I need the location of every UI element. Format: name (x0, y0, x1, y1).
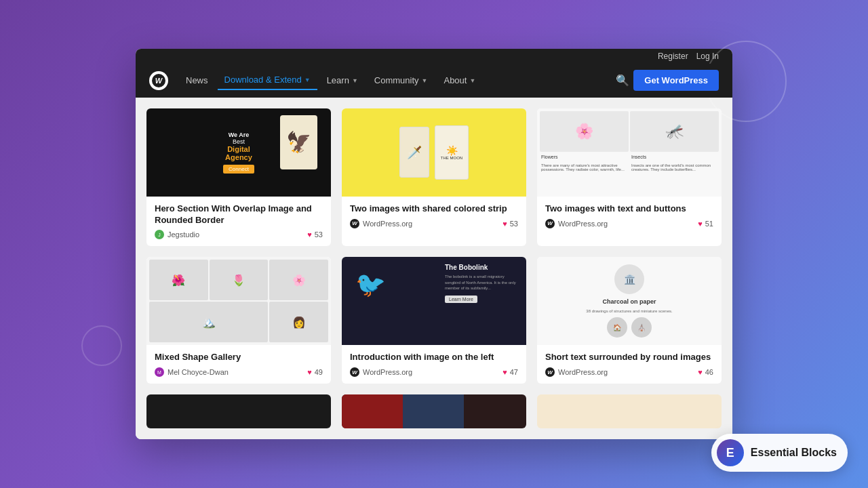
wp-author-icon-5: W (350, 367, 359, 377)
card-info-1: Hero Section With Overlap Image and Roun… (146, 197, 331, 247)
card-thumb-2: 🗡️ ☀️ THE MOON (342, 108, 526, 197)
card-thumb-5: 🐦 The Bobolink The bobolink is a small m… (342, 257, 526, 345)
bobolink-content: The Bobolink The bobolink is a small mig… (445, 264, 519, 303)
heart-icon-1: ♥ (307, 230, 312, 239)
card-author-4: M Mel Choyce-Dwan (155, 367, 229, 377)
bg-decoration-circle-2 (81, 325, 122, 366)
charcoal-circle-main: 🏛️ (614, 264, 644, 294)
learn-more-button[interactable]: Learn More (445, 296, 477, 303)
card-thumb-1: We Are Best Digital Agency Connect 🦅 (146, 108, 331, 197)
essential-blocks-badge: E Essential Blocks (711, 434, 848, 472)
nav-top-bar: Register Log In (136, 49, 732, 64)
download-extend-chevron-icon: ▼ (304, 77, 311, 83)
card-thumb-4: 🌺 🌷 🌸 🏔️ 👩 (146, 257, 331, 345)
gallery-img-1: 🌺 (149, 260, 208, 300)
nav-news[interactable]: News (179, 71, 215, 89)
card-thumb-6: 🏛️ Charcoal on paper 38 drawings of stru… (537, 257, 722, 345)
card-info-3: Two images with text and buttons W WordP… (537, 197, 722, 235)
card-flowers[interactable]: 🌸 Flowers There are many of nature's mos… (537, 108, 722, 247)
wp-author-icon-3: W (545, 219, 555, 228)
card-author-5: W WordPress.org (350, 367, 412, 377)
card-info-6: Short text surrounded by round images W … (537, 345, 722, 384)
heart-icon-5: ♥ (502, 368, 507, 376)
get-wordpress-button[interactable]: Get WordPress (633, 70, 719, 91)
learn-chevron-icon: ▼ (352, 77, 358, 84)
card-meta-4: M Mel Choyce-Dwan ♥ 49 (155, 367, 323, 377)
tarot-card-2: ☀️ THE MOON (435, 125, 469, 180)
connect-button[interactable]: Connect (223, 165, 254, 174)
card-title-5: Introduction with image on the left (350, 352, 518, 363)
partial-card-2[interactable] (342, 394, 526, 428)
essential-blocks-logo: E (717, 439, 744, 466)
card-likes-2: ♥ 53 (502, 220, 518, 228)
card-charcoal[interactable]: 🏛️ Charcoal on paper 38 drawings of stru… (537, 257, 722, 384)
card-title-4: Mixed Shape Gallery (155, 352, 323, 363)
gallery-img-3: 🌸 (269, 260, 328, 300)
nav-download-extend[interactable]: Download & Extend ▼ (218, 70, 317, 90)
flower-img-1: 🌸 (540, 111, 629, 152)
card-likes-6: ♥ 46 (698, 368, 713, 376)
card-grid: We Are Best Digital Agency Connect 🦅 Her… (136, 98, 732, 395)
about-chevron-icon: ▼ (469, 77, 475, 84)
main-nav: W News Download & Extend ▼ Learn ▼ Commu… (136, 64, 732, 98)
wp-author-icon-6: W (545, 367, 555, 377)
wp-author-icon-2: W (350, 219, 359, 228)
heart-icon-2: ♥ (502, 220, 507, 228)
card-likes-1: ♥ 53 (307, 230, 323, 239)
card-title-6: Short text surrounded by round images (545, 352, 713, 363)
card-meta-3: W WordPress.org ♥ 51 (545, 219, 713, 228)
card-likes-5: ♥ 47 (502, 368, 518, 376)
gallery-img-2: 🌷 (210, 260, 269, 300)
charcoal-circle-sm-1: 🏠 (607, 317, 627, 338)
nav-links: News Download & Extend ▼ Learn ▼ Communi… (179, 70, 612, 90)
card-likes-4: ♥ 49 (307, 368, 323, 376)
charcoal-circle-sm-2: ⛪ (631, 317, 652, 338)
gallery-img-5: 👩 (269, 302, 328, 342)
card-meta-1: J Jegstudio ♥ 53 (155, 230, 323, 239)
browser-window: Register Log In W News Download & Extend… (136, 49, 732, 440)
card-gallery[interactable]: 🌺 🌷 🌸 🏔️ 👩 Mixed Shape Gallery M Mel Cho… (146, 257, 331, 384)
bobolink-bird-image: 🐦 (355, 270, 386, 299)
card-yellow-strip[interactable]: 🗡️ ☀️ THE MOON Two images with shared co… (342, 108, 526, 247)
card-likes-3: ♥ 51 (698, 220, 713, 228)
heart-icon-6: ♥ (698, 368, 703, 376)
wp-logo: W (149, 71, 168, 90)
card-title-2: Two images with shared colored strip (350, 203, 518, 215)
card-thumb-3: 🌸 Flowers There are many of nature's mos… (537, 108, 722, 197)
card-title-1: Hero Section With Overlap Image and Roun… (155, 203, 323, 226)
card-info-5: Introduction with image on the left W Wo… (342, 345, 526, 384)
card-info-4: Mixed Shape Gallery M Mel Choyce-Dwan ♥ … (146, 345, 331, 384)
search-button[interactable]: 🔍 (612, 70, 633, 91)
card-meta-2: W WordPress.org ♥ 53 (350, 219, 518, 228)
essential-blocks-label: Essential Blocks (751, 447, 837, 459)
jegstudio-icon: J (155, 230, 164, 239)
card-title-3: Two images with text and buttons (545, 203, 713, 215)
nav-learn[interactable]: Learn ▼ (320, 71, 365, 89)
card-author-2: W WordPress.org (350, 219, 412, 228)
card-meta-5: W WordPress.org ♥ 47 (350, 367, 518, 377)
flower-img-2: 🦟 (630, 111, 719, 152)
heart-icon-4: ♥ (307, 368, 312, 376)
card-author-1: J Jegstudio (155, 230, 199, 239)
card-author-3: W WordPress.org (545, 219, 608, 228)
register-link[interactable]: Register (658, 52, 688, 61)
nav-about[interactable]: About ▼ (437, 71, 482, 89)
heart-icon-3: ♥ (698, 220, 703, 228)
card-info-2: Two images with shared colored strip W W… (342, 197, 526, 235)
nav-community[interactable]: Community ▼ (368, 71, 435, 89)
tarot-card-1: 🗡️ (399, 127, 429, 178)
card-bobolink[interactable]: 🐦 The Bobolink The bobolink is a small m… (342, 257, 526, 384)
gallery-img-4: 🏔️ (149, 302, 268, 342)
card-author-6: W WordPress.org (545, 367, 608, 377)
community-chevron-icon: ▼ (422, 77, 428, 84)
partial-card-1[interactable] (146, 394, 331, 428)
partial-cards-row (136, 394, 732, 439)
card-meta-6: W WordPress.org ♥ 46 (545, 367, 713, 377)
mel-icon: M (155, 367, 164, 377)
partial-card-3[interactable] (537, 394, 722, 428)
card-hero-section[interactable]: We Are Best Digital Agency Connect 🦅 Her… (146, 108, 331, 247)
bird-image: 🦅 (280, 115, 317, 169)
